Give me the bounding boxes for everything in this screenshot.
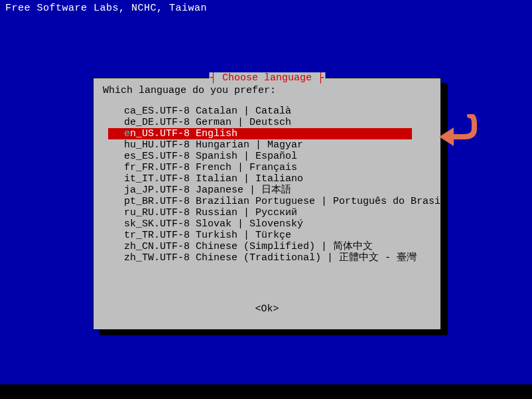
language-item[interactable]: de_DE.UTF-8 German | Deutsch (124, 117, 431, 128)
ok-button[interactable]: <Ok> (103, 303, 431, 315)
dialog-title: ┤ Choose language ├ (209, 72, 325, 84)
language-item[interactable]: it_IT.UTF-8 Italian | Italiano (124, 173, 431, 185)
dialog-prompt: Which language do you prefer: (103, 85, 431, 96)
language-item[interactable]: zh_CN.UTF-8 Chinese (Simplified) | 简体中文 (124, 241, 431, 252)
language-list[interactable]: ca_ES.UTF-8 Catalan | Catalàde_DE.UTF-8 … (124, 106, 431, 264)
language-item[interactable]: sk_SK.UTF-8 Slovak | Slovenský (124, 218, 431, 230)
language-item[interactable]: ja_JP.UTF-8 Japanese | 日本語 (124, 185, 431, 196)
language-item[interactable]: ca_ES.UTF-8 Catalan | Català (124, 106, 431, 117)
language-item[interactable]: ru_RU.UTF-8 Russian | Русский (124, 207, 431, 218)
language-item[interactable]: fr_FR.UTF-8 French | Français (124, 162, 431, 173)
header-text: Free Software Labs, NCHC, Taiwan (5, 3, 207, 14)
language-dialog: ┤ Choose language ├ Which language do yo… (93, 78, 441, 330)
language-item[interactable]: en_US.UTF-8 English (108, 128, 412, 139)
language-item[interactable]: tr_TR.UTF-8 Turkish | Türkçe (124, 230, 431, 241)
bottom-bar (0, 384, 532, 399)
language-item[interactable]: es_ES.UTF-8 Spanish | Español (124, 151, 431, 162)
language-item[interactable]: pt_BR.UTF-8 Brazilian Portuguese | Portu… (124, 196, 431, 207)
dialog-body: Which language do you prefer: ca_ES.UTF-… (94, 78, 440, 320)
language-item[interactable]: hu_HU.UTF-8 Hungarian | Magyar (124, 139, 431, 151)
language-item[interactable]: zh_TW.UTF-8 Chinese (Traditional) | 正體中文… (124, 252, 431, 264)
